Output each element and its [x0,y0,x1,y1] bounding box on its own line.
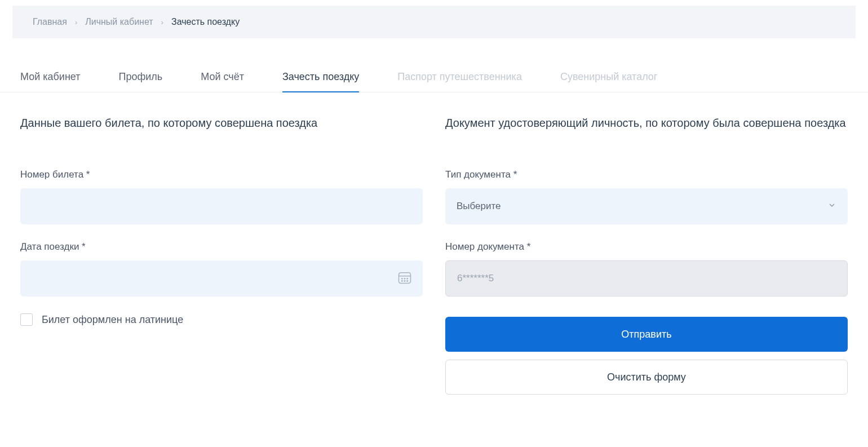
breadcrumb-current: Зачесть поездку [171,17,240,27]
doc-type-label: Тип документа * [445,169,848,180]
tab-souvenir-catalog: Сувенирный каталог [560,71,658,92]
tab-account-balance[interactable]: Мой счёт [201,71,244,92]
ticket-number-input[interactable] [20,188,423,224]
trip-date-input[interactable] [20,260,423,296]
doc-type-select[interactable]: Выберите [445,188,848,224]
doc-number-field: Номер документа * [445,241,848,296]
latin-checkbox-label: Билет оформлен на латинице [42,314,183,326]
ticket-number-field: Номер билета * [20,169,423,224]
chevron-right-icon: › [75,18,77,26]
doc-type-field: Тип документа * Выберите [445,169,848,224]
trip-date-field: Дата поездки * [20,241,423,296]
document-section-title: Документ удостоверяющий личность, по кот… [445,115,848,147]
doc-type-selected-value: Выберите [457,201,501,212]
tab-profile[interactable]: Профиль [119,71,163,92]
ticket-data-column: Данные вашего билета, по которому соверш… [20,115,423,395]
latin-checkbox[interactable] [20,313,33,326]
submit-button[interactable]: Отправить [445,317,848,352]
chevron-down-icon [827,201,836,213]
breadcrumb-link-account[interactable]: Личный кабинет [85,17,153,27]
doc-number-input[interactable] [445,260,848,296]
latin-checkbox-row: Билет оформлен на латинице [20,313,423,326]
trip-date-label: Дата поездки * [20,241,423,253]
doc-number-label: Номер документа * [445,241,848,253]
ticket-section-title: Данные вашего билета, по которому соверш… [20,115,423,147]
tab-register-trip[interactable]: Зачесть поездку [282,71,359,92]
tab-traveler-passport: Паспорт путешественника [397,71,522,92]
form-area: Данные вашего билета, по которому соверш… [0,92,868,417]
tab-dashboard[interactable]: Мой кабинет [20,71,81,92]
breadcrumb: Главная › Личный кабинет › Зачесть поезд… [12,6,856,38]
tabs-nav: Мой кабинет Профиль Мой счёт Зачесть пое… [0,71,868,92]
clear-form-button[interactable]: Очистить форму [445,360,848,395]
ticket-number-label: Номер билета * [20,169,423,180]
document-data-column: Документ удостоверяющий личность, по кот… [445,115,848,395]
chevron-right-icon: › [161,18,163,26]
breadcrumb-link-home[interactable]: Главная [33,17,67,27]
